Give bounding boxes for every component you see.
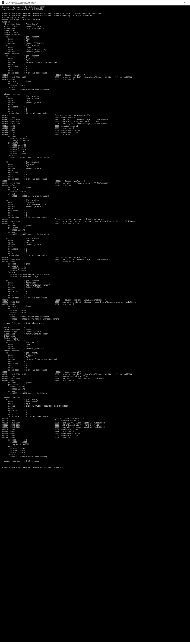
titlebar[interactable]: C:\Windows\System32\cmd.exe — □ × [0, 0, 190, 6]
maximize-button[interactable]: □ [172, 0, 180, 6]
terminal-output[interactable]: Microsoft Windows [版本 10.0.19041.1165] (… [0, 6, 190, 642]
window-controls: — □ × [164, 0, 188, 6]
close-button[interactable]: × [180, 0, 188, 6]
cmd-window: C:\Windows\System32\cmd.exe — □ × Micros… [0, 0, 190, 642]
minimize-button[interactable]: — [164, 0, 172, 6]
titlebar-text: C:\Windows\System32\cmd.exe [6, 2, 164, 4]
cmd-icon [2, 2, 4, 4]
